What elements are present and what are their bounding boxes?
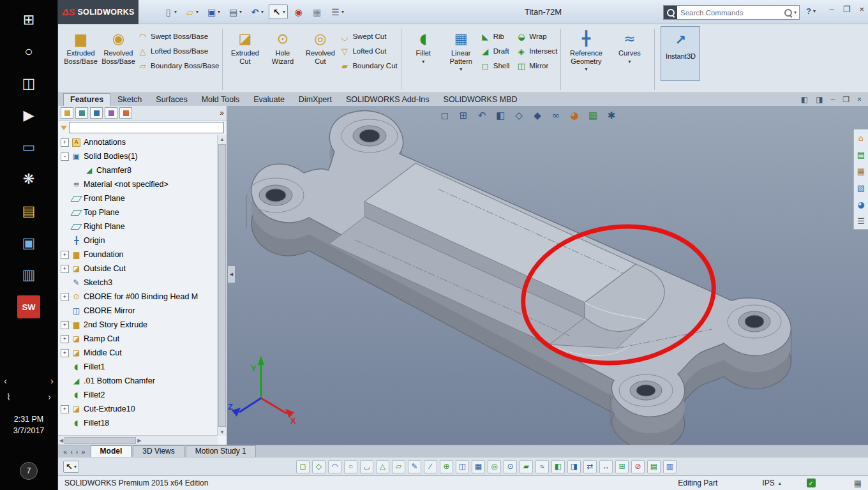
bottom-toolbar-icon[interactable]: ○: [344, 460, 357, 473]
ribbon-tab[interactable]: SOLIDWORKS Add-Ins: [339, 93, 437, 106]
ribbon-large-button[interactable]: Curves ▾: [608, 26, 651, 93]
toolbar-button[interactable]: ▾: [182, 4, 201, 19]
bottom-toolbar-icon[interactable]: ✎: [408, 460, 421, 473]
task-pane-icon[interactable]: [856, 133, 866, 143]
view-toolbar-icon[interactable]: [439, 110, 451, 121]
expand-toggle[interactable]: +: [61, 335, 69, 343]
toolbar-button[interactable]: ▾: [204, 4, 223, 19]
scrollbar-thumb[interactable]: [218, 144, 226, 427]
unit-system-selector[interactable]: IPS ▴: [762, 479, 781, 487]
document-control-icon[interactable]: ◨: [816, 95, 823, 104]
graphics-viewport[interactable]: Y X Z: [227, 106, 868, 445]
notification-area[interactable]: 7: [0, 462, 57, 480]
tree-item[interactable]: - Solid Bodies(1): [61, 149, 218, 163]
ribbon-large-button[interactable]: Hole Wizard: [264, 26, 301, 93]
tree-item[interactable]: Origin: [61, 234, 218, 248]
tree-item[interactable]: Chamfer8: [61, 163, 218, 177]
tree-item[interactable]: Right Plane: [61, 219, 218, 234]
bottom-toolbar-icon[interactable]: ≈: [535, 460, 549, 473]
ribbon-small-button[interactable]: Mirror: [516, 61, 557, 71]
tree-item[interactable]: + Annotations: [61, 135, 218, 149]
scroll-right-icon[interactable]: ▶: [137, 436, 141, 444]
scroll-left-icon[interactable]: ◀: [59, 436, 63, 444]
taskbar-app-icon[interactable]: ◫: [0, 68, 57, 100]
tree-item[interactable]: + CBORE for #00 Binding Head M: [61, 290, 218, 304]
task-pane-icon[interactable]: [856, 199, 866, 209]
document-control-icon[interactable]: ❐: [842, 95, 849, 104]
select-tool-button[interactable]: ▾: [63, 461, 79, 473]
view-toolbar-icon[interactable]: [587, 110, 599, 121]
help-menu[interactable]: ? ▾: [806, 6, 816, 16]
tree-filter-input[interactable]: [69, 122, 224, 133]
dropdown-caret-icon[interactable]: ▾: [196, 9, 198, 15]
panel-chevron-icon[interactable]: »: [220, 108, 224, 117]
toolbar-button[interactable]: [290, 4, 306, 19]
taskbar-app-icon[interactable]: ▥: [0, 259, 57, 291]
expand-toggle[interactable]: -: [61, 152, 69, 161]
document-control-icon[interactable]: ×: [857, 95, 862, 104]
part-model[interactable]: Y X Z: [227, 106, 868, 445]
toolbar-button[interactable]: ▾: [247, 4, 266, 19]
scrollbar-thumb[interactable]: [64, 437, 136, 444]
tab-nav-arrow-icon[interactable]: ›: [76, 448, 79, 456]
property-manager-tab[interactable]: [75, 107, 88, 119]
tree-item[interactable]: Fillet1: [61, 360, 218, 374]
dropdown-caret-icon[interactable]: ▾: [628, 59, 631, 64]
tree-item[interactable]: + Foundation: [61, 248, 218, 262]
taskbar-app-icon[interactable]: ▶: [0, 100, 57, 131]
dimxpert-manager-tab[interactable]: [105, 107, 117, 119]
tree-item[interactable]: + 2nd Story Extrude: [61, 318, 218, 332]
tree-horizontal-scrollbar[interactable]: ◀ ▶: [58, 435, 218, 445]
search-icon[interactable]: [784, 9, 792, 17]
ribbon-large-button[interactable]: Fillet ▾: [405, 26, 442, 93]
expand-toggle[interactable]: +: [61, 138, 69, 147]
bottom-toolbar-icon[interactable]: ▱: [392, 460, 405, 473]
tree-item[interactable]: + Outside Cut: [61, 262, 218, 276]
ribbon-small-button[interactable]: Boundary Cut: [339, 61, 397, 71]
expand-toggle[interactable]: +: [61, 321, 69, 329]
document-control-icon[interactable]: ◧: [801, 95, 808, 104]
bottom-toolbar-icon[interactable]: △: [376, 460, 389, 473]
tree-vertical-scrollbar[interactable]: ▲ ▼: [217, 135, 227, 436]
dropdown-caret-icon[interactable]: ▾: [218, 9, 220, 15]
dropdown-caret-icon[interactable]: ▾: [261, 9, 264, 15]
bottom-toolbar-icon[interactable]: ◫: [456, 460, 469, 473]
view-toolbar-icon[interactable]: [495, 110, 506, 121]
ribbon-small-button[interactable]: Shell: [480, 61, 510, 71]
view-toolbar-icon[interactable]: [513, 110, 525, 121]
feature-manager-tab[interactable]: [61, 107, 73, 119]
dropdown-caret-icon[interactable]: ▾: [341, 9, 344, 15]
expand-toggle[interactable]: +: [61, 265, 69, 273]
ribbon-tab[interactable]: Surfaces: [149, 93, 194, 106]
view-toolbar-icon[interactable]: [550, 110, 562, 121]
bottom-toolbar-icon[interactable]: ∕: [424, 460, 437, 473]
bottom-toolbar-icon[interactable]: ◧: [551, 460, 565, 473]
scroll-up-icon[interactable]: ▲: [220, 135, 225, 143]
bottom-toolbar-icon[interactable]: ◡: [360, 460, 373, 473]
taskbar-app-icon[interactable]: ▣: [0, 227, 57, 259]
search-caret-icon[interactable]: ▾: [794, 10, 797, 15]
ribbon-small-button[interactable]: Lofted Cut: [339, 46, 397, 56]
task-pane-icon[interactable]: [856, 149, 866, 160]
restore-button[interactable]: ❐: [843, 4, 851, 14]
view-toolbar-icon[interactable]: [476, 110, 488, 121]
view-toolbar-icon[interactable]: [606, 110, 617, 121]
tree-item[interactable]: + Middle Cut: [61, 346, 218, 360]
taskbar-app-icon[interactable]: ❋: [0, 163, 57, 195]
tree-item[interactable]: Sketch3: [61, 276, 218, 290]
instant3d-button[interactable]: Instant3D: [661, 26, 700, 81]
taskbar-app-icon[interactable]: ▭: [0, 131, 57, 163]
bottom-toolbar-icon[interactable]: ⊞: [615, 460, 629, 473]
ribbon-large-button[interactable]: Reference Geometry ▾: [564, 26, 608, 93]
ribbon-small-button[interactable]: Wrap: [516, 31, 557, 41]
expand-toggle[interactable]: +: [61, 349, 69, 357]
search-input[interactable]: [677, 9, 784, 17]
tab-nav-arrow-icon[interactable]: «: [63, 448, 67, 456]
document-control-icon[interactable]: –: [831, 95, 835, 104]
expand-toggle[interactable]: +: [61, 405, 69, 413]
minimize-button[interactable]: –: [830, 4, 834, 14]
ribbon-small-button[interactable]: Swept Cut: [339, 31, 397, 41]
bottom-toolbar-icon[interactable]: ◻: [296, 460, 310, 473]
bottom-toolbar-icon[interactable]: ▰: [520, 460, 533, 473]
bottom-toolbar-icon[interactable]: ▥: [663, 460, 677, 473]
